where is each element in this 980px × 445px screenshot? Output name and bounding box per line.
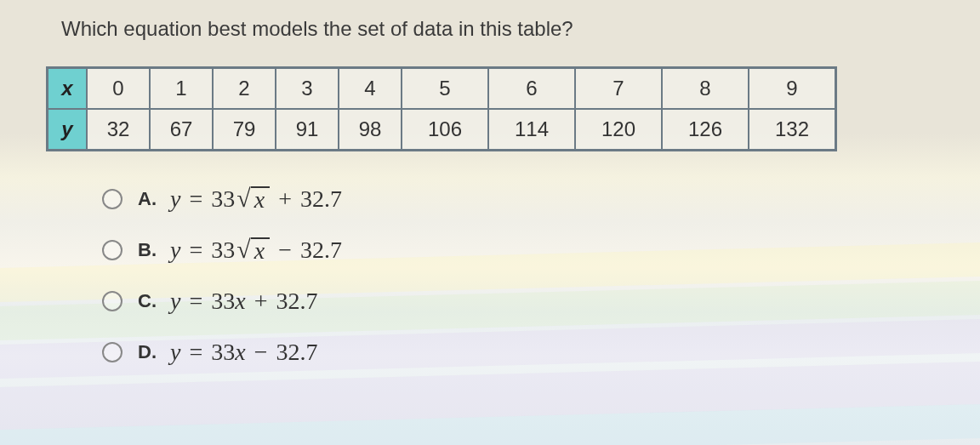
- cell: 91: [276, 109, 339, 150]
- cell: 7: [575, 68, 662, 109]
- sqrt-icon: √x: [236, 237, 270, 263]
- cell: 32: [87, 109, 150, 150]
- cell: 2: [213, 68, 276, 109]
- option-a[interactable]: A. y = 33 √x + 32.7: [102, 185, 342, 213]
- col-header-x: x: [48, 68, 87, 109]
- option-b[interactable]: B. y = 33 √x − 32.7: [102, 237, 342, 264]
- cell: 9: [749, 68, 835, 109]
- cell: 1: [150, 68, 213, 109]
- equation: y = 33 √x − 32.7: [170, 237, 342, 264]
- cell: 79: [213, 109, 276, 150]
- option-letter: D.: [138, 341, 170, 363]
- cell: 120: [575, 109, 662, 150]
- sqrt-icon: √x: [236, 186, 270, 212]
- cell: 0: [87, 68, 150, 109]
- option-d[interactable]: D. y = 33x − 32.7: [102, 339, 342, 366]
- cell: 67: [150, 109, 213, 150]
- radio-icon[interactable]: [102, 291, 122, 311]
- question-text: Which equation best models the set of da…: [61, 17, 573, 41]
- data-table: x 0 1 2 3 4 5 6 7 8 9 y 32 67 79 91 98 1…: [46, 66, 837, 151]
- cell: 132: [749, 109, 835, 150]
- equation: y = 33x + 32.7: [170, 288, 317, 315]
- cell: 114: [488, 109, 575, 150]
- col-header-y: y: [48, 109, 87, 150]
- equation: y = 33x − 32.7: [170, 339, 317, 366]
- radio-icon[interactable]: [102, 240, 122, 260]
- equation: y = 33 √x + 32.7: [170, 185, 342, 213]
- cell: 8: [662, 68, 749, 109]
- cell: 6: [488, 68, 575, 109]
- option-letter: A.: [138, 188, 170, 210]
- radio-icon[interactable]: [102, 342, 122, 362]
- table-row-y: y 32 67 79 91 98 106 114 120 126 132: [48, 109, 835, 150]
- option-letter: C.: [138, 290, 170, 312]
- option-letter: B.: [138, 239, 170, 261]
- radio-icon[interactable]: [102, 189, 122, 209]
- table-row-x: x 0 1 2 3 4 5 6 7 8 9: [48, 68, 835, 109]
- cell: 106: [402, 109, 488, 150]
- cell: 3: [276, 68, 339, 109]
- option-c[interactable]: C. y = 33x + 32.7: [102, 288, 342, 315]
- cell: 5: [402, 68, 488, 109]
- answer-options: A. y = 33 √x + 32.7 B. y = 33 √x − 32.7 …: [102, 185, 342, 390]
- cell: 4: [339, 68, 402, 109]
- cell: 98: [339, 109, 402, 150]
- cell: 126: [662, 109, 749, 150]
